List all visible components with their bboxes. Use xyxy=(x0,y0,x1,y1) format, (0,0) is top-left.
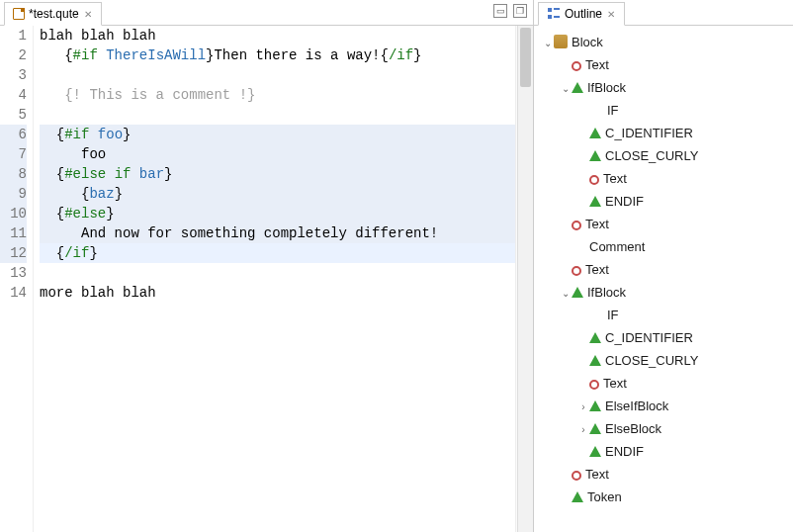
editor-tab[interactable]: *test.qute ✕ xyxy=(4,2,102,26)
tree-item[interactable]: ·C_IDENTIFIER xyxy=(577,327,789,350)
line-number: 9 xyxy=(0,184,27,204)
rule-node-icon xyxy=(589,423,601,434)
tree-item[interactable]: ›ElseBlock xyxy=(577,418,789,441)
rule-node-icon xyxy=(589,196,601,207)
tree-item[interactable]: ·Comment xyxy=(560,236,789,259)
tree-item-label: Text xyxy=(603,376,627,391)
code-line[interactable]: {! This is a comment !} xyxy=(40,85,517,105)
line-number: 8 xyxy=(0,164,27,184)
code-line[interactable]: foo xyxy=(40,144,517,164)
outline-icon xyxy=(547,7,561,21)
code-line[interactable]: blah blah blah xyxy=(40,26,517,45)
outline-tabbar: Outline ✕ xyxy=(534,0,793,26)
svg-rect-2 xyxy=(548,15,552,19)
code-line[interactable] xyxy=(40,105,517,125)
package-icon xyxy=(554,35,568,48)
line-number: 4 xyxy=(0,85,27,105)
tree-item-label: Block xyxy=(572,35,603,49)
maximize-button[interactable]: ❐ xyxy=(513,4,527,18)
tree-item-label: ElseBlock xyxy=(605,421,661,436)
tree-item-label: Text xyxy=(585,467,609,482)
code-line[interactable]: {#if foo} xyxy=(40,125,517,144)
tree-item-label: C_IDENTIFIER xyxy=(605,126,693,140)
tree-item-label: Comment xyxy=(589,239,645,254)
editor-tab-title: *test.qute xyxy=(29,7,79,21)
tree-twisty[interactable]: ⌄ xyxy=(542,33,554,54)
tree-item[interactable]: ⌄Block·Text⌄IfBlock·IF·C_IDENTIFIER·CLOS… xyxy=(542,32,789,509)
code-line[interactable]: {baz} xyxy=(40,184,517,204)
svg-rect-1 xyxy=(554,8,560,10)
close-icon[interactable]: ✕ xyxy=(83,9,93,19)
tree-item-label: C_IDENTIFIER xyxy=(605,330,693,345)
text-node-icon xyxy=(572,61,581,71)
code-line[interactable]: {#else if bar} xyxy=(40,164,517,184)
code-line[interactable]: {#if ThereIsAWill}Then there is a way!{/… xyxy=(40,45,517,65)
file-icon xyxy=(13,8,25,20)
tree-item[interactable]: ›ElseIfBlock xyxy=(577,396,789,418)
scrollbar-thumb[interactable] xyxy=(520,28,531,87)
tree-item[interactable]: ·ENDIF xyxy=(577,191,789,214)
tree-item-label: IfBlock xyxy=(587,285,626,300)
tree-item[interactable]: ⌄IfBlock·IF·C_IDENTIFIER·CLOSE_CURLY·Tex… xyxy=(560,282,789,464)
line-number: 12 xyxy=(0,243,27,263)
outline-title: Outline xyxy=(565,7,602,21)
text-node-icon xyxy=(572,221,581,230)
window-controls: ▭ ❐ xyxy=(493,4,527,18)
tree-item-label: CLOSE_CURLY xyxy=(605,353,698,368)
tree-item-label: Text xyxy=(603,171,627,186)
tree-item[interactable]: ·Text xyxy=(560,214,789,236)
editor-body[interactable]: 1234567891011121314 blah blah blah {#if … xyxy=(0,26,533,532)
rule-node-icon xyxy=(589,446,601,457)
tree-item[interactable]: ·Token xyxy=(560,487,789,509)
tree-item-label: IfBlock xyxy=(587,80,626,95)
text-node-icon xyxy=(572,266,581,276)
code-area[interactable]: blah blah blah {#if ThereIsAWill}Then th… xyxy=(34,26,517,532)
tree-item[interactable]: ·Text xyxy=(560,259,789,282)
tree-item[interactable]: ·CLOSE_CURLY xyxy=(577,350,789,373)
code-line[interactable]: {#else} xyxy=(40,204,517,223)
tree-item[interactable]: ·IF xyxy=(577,100,789,123)
code-line[interactable] xyxy=(40,65,517,85)
tree-item[interactable]: ·Text xyxy=(560,464,789,487)
tree-twisty[interactable]: ⌄ xyxy=(560,283,572,305)
tree-item[interactable]: ·IF xyxy=(577,305,789,327)
rule-node-icon xyxy=(589,150,601,161)
line-number: 11 xyxy=(0,223,27,243)
code-line[interactable]: more blah blah xyxy=(40,283,517,303)
outline-tab[interactable]: Outline ✕ xyxy=(538,2,625,26)
scrollbar-vertical[interactable] xyxy=(517,26,533,532)
code-line[interactable] xyxy=(40,263,517,283)
text-node-icon xyxy=(589,380,599,390)
tree-twisty[interactable]: › xyxy=(577,419,589,441)
rule-node-icon xyxy=(589,128,601,138)
rule-node-icon xyxy=(572,287,583,298)
close-icon[interactable]: ✕ xyxy=(606,9,616,19)
rule-node-icon xyxy=(572,491,583,502)
line-number: 3 xyxy=(0,65,27,85)
tree-item-label: ENDIF xyxy=(605,444,644,459)
tree-item[interactable]: ·ENDIF xyxy=(577,441,789,464)
tree-item[interactable]: ⌄IfBlock·IF·C_IDENTIFIER·CLOSE_CURLY·Tex… xyxy=(560,77,789,214)
tree-twisty[interactable]: › xyxy=(577,397,589,418)
tree-item-label: Text xyxy=(585,57,609,72)
tree-item[interactable]: ·Text xyxy=(577,373,789,396)
rule-node-icon xyxy=(572,82,583,93)
tree-item-label: Token xyxy=(587,489,622,504)
code-line[interactable]: And now for something completely differe… xyxy=(40,223,517,243)
svg-rect-3 xyxy=(554,16,560,18)
tree-item-label: Text xyxy=(585,262,609,277)
line-number: 10 xyxy=(0,204,27,223)
rule-node-icon xyxy=(589,332,601,343)
tree-item[interactable]: ·Text xyxy=(577,168,789,191)
tree-item-label: Text xyxy=(585,217,609,231)
tree-item[interactable]: ·CLOSE_CURLY xyxy=(577,145,789,168)
tree-item[interactable]: ·C_IDENTIFIER xyxy=(577,123,789,145)
line-number: 2 xyxy=(0,45,27,65)
outline-tree[interactable]: ⌄Block·Text⌄IfBlock·IF·C_IDENTIFIER·CLOS… xyxy=(534,26,793,532)
code-line[interactable]: {/if} xyxy=(40,243,517,263)
line-number-gutter: 1234567891011121314 xyxy=(0,26,34,532)
tree-item[interactable]: ·Text xyxy=(560,54,789,77)
line-number: 6 xyxy=(0,125,27,144)
minimize-button[interactable]: ▭ xyxy=(493,4,507,18)
tree-twisty[interactable]: ⌄ xyxy=(560,78,572,100)
